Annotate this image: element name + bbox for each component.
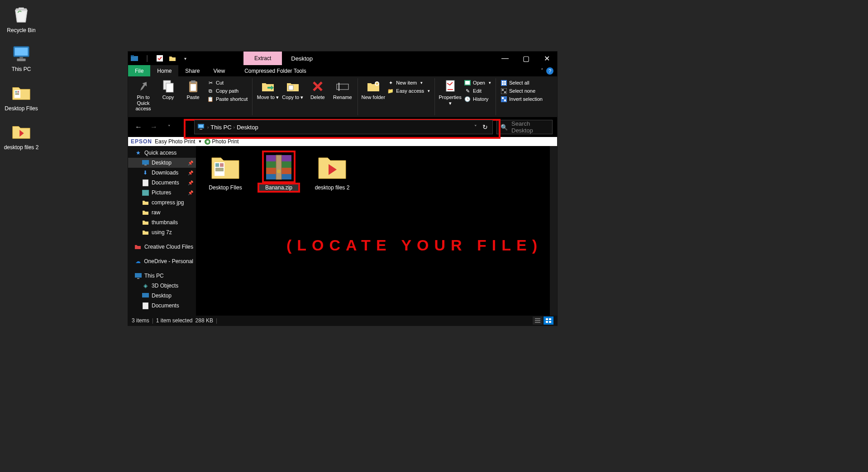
- file-item-archive[interactable]: Banana.zip: [258, 151, 299, 192]
- pin-to-quick-access-button[interactable]: Pin to Quick access: [131, 78, 156, 115]
- sidebar-item-3dobjects[interactable]: ◈3D Objects: [128, 281, 196, 291]
- properties-icon[interactable]: [154, 53, 165, 64]
- sidebar-item-downloads[interactable]: ⬇Downloads📌: [128, 168, 196, 178]
- move-to-button[interactable]: Move to ▾: [255, 78, 280, 115]
- breadcrumb-thispc[interactable]: This PC: [210, 124, 231, 131]
- properties-button[interactable]: Properties ▾: [438, 78, 463, 115]
- sidebar-item-documents[interactable]: Documents: [128, 301, 196, 311]
- dropdown-icon[interactable]: ▼: [198, 139, 202, 144]
- sidebar-this-pc[interactable]: This PC: [128, 271, 196, 281]
- invert-selection-button[interactable]: Invert selection: [499, 95, 544, 103]
- breadcrumb-separator-icon[interactable]: ›: [234, 125, 235, 130]
- rename-button[interactable]: Rename: [330, 78, 355, 115]
- collapse-ribbon-icon[interactable]: ˄: [541, 68, 544, 74]
- breadcrumb-separator-icon[interactable]: ›: [207, 125, 209, 130]
- address-bar[interactable]: › This PC › Desktop ˅ ↻: [194, 120, 493, 134]
- folder-icon: [142, 219, 149, 226]
- sidebar-item-desktop[interactable]: Desktop📌: [128, 158, 196, 168]
- desktop-icon-folder[interactable]: desktop files 2: [4, 121, 39, 151]
- svg-rect-37: [142, 160, 149, 165]
- details-view-button[interactable]: [533, 316, 543, 325]
- ribbon-label: Paste: [186, 94, 199, 100]
- minimize-button[interactable]: —: [495, 52, 515, 65]
- desktop-icon-label: This PC: [12, 66, 31, 72]
- sidebar-item-folder[interactable]: compress jpg: [128, 198, 196, 208]
- breadcrumb-desktop[interactable]: Desktop: [237, 124, 258, 131]
- history-button[interactable]: 🕓History: [463, 95, 493, 103]
- svg-rect-40: [142, 190, 149, 196]
- help-icon[interactable]: ?: [546, 67, 553, 75]
- tab-view[interactable]: View: [206, 65, 232, 76]
- maximize-button[interactable]: ▢: [515, 52, 536, 65]
- copy-to-button[interactable]: Copy to ▾: [280, 78, 305, 115]
- tab-share[interactable]: Share: [178, 65, 206, 76]
- sidebar-onedrive[interactable]: ☁OneDrive - Personal: [128, 256, 196, 266]
- sidebar-item-desktop[interactable]: Desktop: [128, 291, 196, 301]
- explorer-icon[interactable]: [129, 53, 140, 64]
- scrollbar[interactable]: [550, 146, 557, 316]
- file-list-pane[interactable]: Desktop FIles Banana.zip desktop files 2…: [196, 146, 557, 316]
- new-folder-qat-icon[interactable]: [167, 53, 178, 64]
- search-box[interactable]: 🔍 Search Desktop: [496, 120, 553, 134]
- qat-customize-icon[interactable]: ▾: [180, 53, 191, 64]
- address-dropdown-icon[interactable]: ˅: [472, 124, 479, 130]
- status-selection-count: 1 item selected: [156, 317, 193, 324]
- tab-compressed-tools[interactable]: Compressed Folder Tools: [238, 65, 313, 76]
- context-tab-extract[interactable]: Extract: [243, 52, 282, 65]
- epson-easy-photo-print[interactable]: Easy Photo Print: [155, 138, 195, 145]
- sidebar-item-folder[interactable]: raw: [128, 208, 196, 217]
- desktop-icon: [142, 159, 149, 166]
- desktop-icon-folder[interactable]: Desktop FIles: [4, 82, 39, 112]
- cut-button[interactable]: ✂Cut: [205, 79, 249, 86]
- svg-rect-36: [200, 129, 202, 130]
- svg-rect-28: [501, 88, 507, 94]
- file-item-folder[interactable]: desktop files 2: [312, 151, 353, 192]
- downloads-icon: ⬇: [142, 169, 149, 176]
- open-button[interactable]: Open▾: [463, 79, 493, 86]
- sidebar-item-documents[interactable]: Documents📌: [128, 178, 196, 188]
- svg-rect-8: [131, 56, 138, 61]
- select-all-button[interactable]: Select all: [499, 79, 544, 86]
- onedrive-icon: ☁: [134, 258, 141, 265]
- copy-path-button[interactable]: ⧉Copy path: [205, 87, 249, 94]
- paste-shortcut-button[interactable]: 📋Paste shortcut: [205, 95, 249, 103]
- tab-file[interactable]: File: [128, 65, 150, 76]
- file-label: Desktop FIles: [207, 184, 243, 192]
- close-button[interactable]: ✕: [536, 52, 557, 65]
- up-button[interactable]: ↑: [179, 121, 191, 133]
- delete-button[interactable]: Delete: [305, 78, 330, 115]
- svg-point-54: [277, 170, 281, 173]
- ribbon-label: Select all: [509, 80, 529, 85]
- sidebar-creative-cloud[interactable]: Creative Cloud Files: [128, 242, 196, 252]
- epson-photo-print[interactable]: ◉Photo Print: [205, 138, 238, 145]
- sidebar-label: Quick access: [144, 150, 176, 156]
- copy-button[interactable]: Copy: [156, 78, 181, 115]
- edit-button[interactable]: ✎Edit: [463, 87, 493, 94]
- paste-button[interactable]: Paste: [181, 78, 205, 115]
- file-item-folder[interactable]: Desktop FIles: [205, 151, 246, 192]
- folder-icon: [316, 151, 348, 182]
- recent-locations-button[interactable]: ˅: [163, 121, 175, 133]
- select-none-button[interactable]: Select none: [499, 87, 544, 94]
- forward-button[interactable]: →: [148, 121, 160, 133]
- new-item-button[interactable]: ✦New item▾: [386, 79, 432, 86]
- copy-to-icon: [286, 79, 300, 94]
- open-icon: [464, 80, 471, 86]
- sidebar-item-pictures[interactable]: Pictures📌: [128, 188, 196, 198]
- sidebar-item-folder[interactable]: using 7z: [128, 227, 196, 237]
- photo-print-icon: ◉: [205, 139, 210, 145]
- icons-view-button[interactable]: [544, 316, 553, 325]
- easy-access-button[interactable]: 📁Easy access▾: [386, 87, 432, 94]
- ribbon-label: Edit: [473, 88, 482, 94]
- refresh-icon[interactable]: ↻: [481, 123, 490, 131]
- desktop-icon-recyclebin[interactable]: Recycle Bin: [4, 4, 39, 33]
- sidebar-quick-access[interactable]: ★Quick access: [128, 148, 196, 158]
- back-button[interactable]: ←: [133, 121, 144, 133]
- desktop-icon-thispc[interactable]: This PC: [4, 42, 39, 72]
- tab-home[interactable]: Home: [150, 65, 178, 76]
- desktop-icon-label: Desktop FIles: [5, 105, 38, 112]
- ribbon-label: Properties ▾: [438, 94, 463, 106]
- ribbon-label: Rename: [333, 94, 352, 100]
- sidebar-item-folder[interactable]: thumbnails: [128, 217, 196, 227]
- new-folder-button[interactable]: New folder: [361, 78, 386, 115]
